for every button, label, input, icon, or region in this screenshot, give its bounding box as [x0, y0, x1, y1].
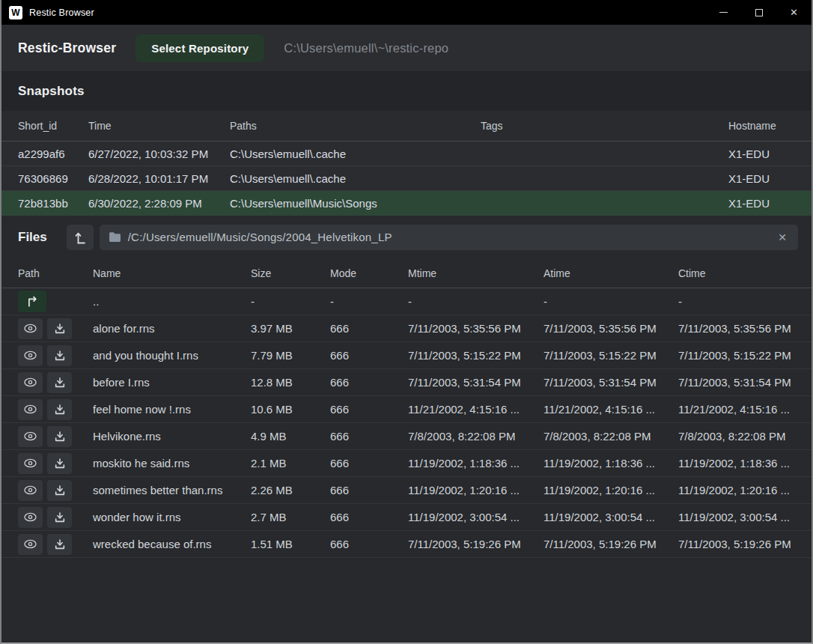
eye-icon	[23, 323, 37, 334]
snapshots-table-body: a2299af6 6/27/2022, 10:03:32 PM C:\Users…	[1, 142, 812, 216]
download-file-button[interactable]	[47, 480, 72, 501]
preview-file-button[interactable]	[18, 399, 43, 420]
minimize-button[interactable]	[706, 0, 741, 25]
file-row[interactable]: feel home now !.rns 10.6 MB 666 11/21/20…	[1, 396, 812, 423]
eye-icon	[23, 458, 37, 469]
preview-file-button[interactable]	[18, 372, 43, 393]
file-mode: 666	[330, 430, 408, 443]
eye-icon	[23, 431, 37, 442]
preview-file-button[interactable]	[18, 426, 43, 447]
download-file-button[interactable]	[47, 534, 72, 555]
files-table-body: alone for.rns 3.97 MB 666 7/11/2003, 5:3…	[1, 315, 812, 558]
snapshot-row[interactable]: 76306869 6/28/2022, 10:01:17 PM C:\Users…	[1, 166, 812, 191]
close-button[interactable]: ✕	[776, 0, 812, 25]
current-path-value: /C:/Users/emuell/Music/Songs/2004_Helvet…	[128, 231, 392, 243]
file-row[interactable]: before I.rns 12.8 MB 666 7/11/2003, 5:31…	[1, 369, 812, 396]
download-icon	[54, 484, 66, 496]
repo-path-input[interactable]: C:\Users\emuell\~\restic-repo	[284, 41, 448, 55]
preview-file-button[interactable]	[18, 534, 43, 555]
eye-icon	[23, 511, 37, 523]
file-atime: -	[543, 295, 678, 308]
file-ctime: 7/11/2003, 5:19:26 PM	[678, 538, 795, 550]
file-row[interactable]: sometimes better than.rns 2.26 MB 666 11…	[1, 477, 812, 504]
file-row[interactable]: wonder how it.rns 2.7 MB 666 11/19/2002,…	[1, 504, 812, 531]
download-file-button[interactable]	[47, 318, 72, 339]
download-icon	[54, 377, 66, 389]
file-atime: 7/11/2003, 5:31:54 PM	[543, 376, 678, 389]
download-file-button[interactable]	[47, 507, 72, 528]
maximize-icon	[755, 9, 763, 16]
current-path-input[interactable]: /C:/Users/emuell/Music/Songs/2004_Helvet…	[100, 225, 798, 250]
snapshot-row[interactable]: a2299af6 6/27/2022, 10:03:32 PM C:\Users…	[1, 142, 812, 166]
file-row[interactable]: moskito he said.rns 2.1 MB 666 11/19/200…	[1, 450, 812, 477]
preview-file-button[interactable]	[18, 345, 43, 366]
file-mtime: 7/11/2003, 5:35:56 PM	[408, 322, 543, 335]
file-row[interactable]: alone for.rns 3.97 MB 666 7/11/2003, 5:3…	[1, 315, 812, 342]
file-mode: 666	[330, 376, 408, 389]
file-atime: 7/8/2003, 8:22:08 PM	[543, 430, 678, 443]
file-atime: 11/19/2002, 3:00:54 ...	[543, 511, 678, 523]
maximize-button[interactable]	[741, 0, 776, 25]
file-mtime: 7/8/2003, 8:22:08 PM	[408, 430, 543, 443]
file-atime: 7/11/2003, 5:35:56 PM	[543, 322, 678, 335]
snapshot-hostname: X1-EDU	[728, 197, 794, 210]
eye-icon	[23, 538, 37, 550]
file-mtime: 11/19/2002, 1:18:36 ...	[408, 457, 543, 470]
app-window: W Restic Browser ✕ Restic-Browser Select…	[0, 0, 813, 644]
file-mtime: 7/11/2003, 5:15:22 PM	[408, 349, 543, 362]
file-size: 12.8 MB	[251, 376, 330, 389]
file-atime: 11/19/2002, 1:20:16 ...	[543, 484, 678, 496]
file-row[interactable]: Helvikone.rns 4.9 MB 666 7/8/2003, 8:22:…	[1, 423, 812, 450]
file-mode: 666	[330, 349, 408, 362]
preview-file-button[interactable]	[18, 318, 43, 339]
file-ctime: 7/11/2003, 5:31:54 PM	[678, 376, 795, 389]
preview-file-button[interactable]	[18, 480, 43, 501]
close-icon: ✕	[790, 7, 798, 18]
go-up-button[interactable]	[67, 225, 94, 250]
column-tags: Tags	[481, 120, 728, 132]
file-mode: 666	[330, 457, 408, 470]
level-up-icon	[73, 230, 88, 245]
file-ctime: 11/19/2002, 3:00:54 ...	[678, 511, 795, 523]
file-row[interactable]: and you thought I.rns 7.79 MB 666 7/11/2…	[1, 342, 812, 369]
download-icon	[54, 323, 66, 335]
file-row[interactable]: wrecked because of.rns 1.51 MB 666 7/11/…	[1, 531, 812, 558]
snapshot-time: 6/30/2022, 2:28:09 PM	[88, 197, 230, 210]
empty-area	[1, 558, 812, 643]
snapshots-table-header: Short_id Time Paths Tags Hostname	[1, 111, 812, 142]
select-repository-button[interactable]: Select Repository	[136, 34, 264, 62]
eye-icon	[23, 404, 37, 415]
file-mode: 666	[330, 511, 408, 523]
parent-directory-row[interactable]: .. - - - - -	[1, 288, 812, 315]
wails-logo-icon: W	[9, 6, 22, 19]
snapshot-short-id: a2299af6	[18, 148, 88, 160]
download-file-button[interactable]	[47, 426, 72, 447]
file-mtime: 11/19/2002, 1:20:16 ...	[408, 484, 543, 496]
download-file-button[interactable]	[47, 372, 72, 393]
download-file-button[interactable]	[47, 399, 72, 420]
clear-path-button[interactable]: ✕	[773, 225, 792, 250]
file-name: sometimes better than.rns	[93, 484, 251, 496]
file-name: before I.rns	[93, 376, 251, 389]
file-mtime: -	[408, 295, 543, 308]
preview-file-button[interactable]	[18, 507, 43, 528]
download-file-button[interactable]	[47, 453, 72, 474]
snapshot-row[interactable]: 72b813bb 6/30/2022, 2:28:09 PM C:\Users\…	[1, 191, 812, 216]
column-short-id: Short_id	[18, 120, 88, 132]
snapshot-hostname: X1-EDU	[728, 148, 794, 160]
file-mtime: 7/11/2003, 5:19:26 PM	[408, 538, 543, 550]
parent-arrow-icon	[25, 295, 40, 308]
file-name: Helvikone.rns	[93, 430, 251, 443]
preview-file-button[interactable]	[18, 453, 43, 474]
snapshot-time: 6/27/2022, 10:03:32 PM	[88, 148, 230, 160]
snapshot-short-id: 76306869	[18, 172, 88, 185]
files-section-header: Files /C:/Users/emuell/Music/Songs/2004_…	[1, 216, 812, 258]
app-header: Restic-Browser Select Repository C:\User…	[1, 25, 812, 71]
download-file-button[interactable]	[47, 345, 72, 366]
minimize-icon	[719, 12, 728, 13]
column-path: Path	[18, 267, 93, 279]
file-size: 2.26 MB	[251, 484, 330, 496]
file-ctime: 7/11/2003, 5:15:22 PM	[678, 349, 795, 362]
snapshot-paths: C:\Users\emuell\Music\Songs	[230, 197, 481, 210]
go-parent-button[interactable]	[18, 291, 46, 312]
